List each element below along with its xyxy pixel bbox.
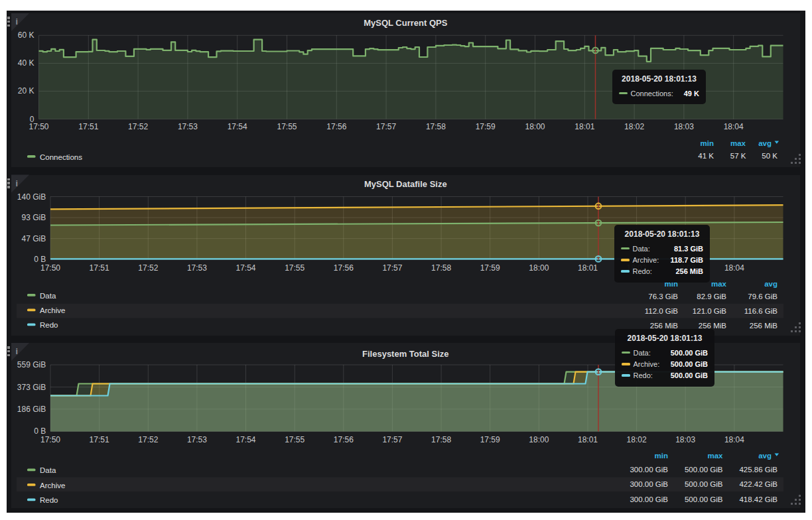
svg-text:Filesystem Total Size: Filesystem Total Size xyxy=(362,349,449,359)
svg-text:18:01: 18:01 xyxy=(575,122,594,131)
svg-text:50 K: 50 K xyxy=(762,152,778,160)
svg-text:79.6 GiB: 79.6 GiB xyxy=(748,292,778,300)
svg-text:17:54: 17:54 xyxy=(228,122,247,131)
svg-text:17:59: 17:59 xyxy=(480,263,500,273)
svg-text:17:53: 17:53 xyxy=(187,435,207,444)
svg-text:18:00: 18:00 xyxy=(529,263,549,273)
svg-text:140 GiB: 140 GiB xyxy=(17,192,46,202)
svg-text:17:50: 17:50 xyxy=(29,122,48,131)
svg-text:max: max xyxy=(711,280,727,288)
svg-text:17:52: 17:52 xyxy=(138,435,158,444)
svg-text:Connections: Connections xyxy=(40,153,82,161)
svg-text:300.00 GiB: 300.00 GiB xyxy=(630,495,668,503)
svg-text:76.3 GiB: 76.3 GiB xyxy=(648,292,678,300)
svg-text:82.9 GiB: 82.9 GiB xyxy=(697,292,726,300)
svg-text:Data: Data xyxy=(40,466,56,474)
svg-text:17:51: 17:51 xyxy=(78,122,98,131)
svg-text:i: i xyxy=(16,179,18,188)
svg-text:18:00: 18:00 xyxy=(529,435,549,444)
svg-text:17:57: 17:57 xyxy=(382,263,402,273)
svg-text:425.86 GiB: 425.86 GiB xyxy=(739,466,778,474)
svg-text:256 MiB: 256 MiB xyxy=(699,322,727,330)
svg-text:17:54: 17:54 xyxy=(236,263,255,273)
svg-text:17:51: 17:51 xyxy=(90,435,109,444)
svg-text:186 GiB: 186 GiB xyxy=(17,405,46,414)
svg-text:112.0 GiB: 112.0 GiB xyxy=(645,307,679,315)
svg-text:17:58: 17:58 xyxy=(431,263,451,273)
svg-text:avg: avg xyxy=(758,452,772,460)
svg-text:17:56: 17:56 xyxy=(334,435,354,444)
svg-text:18:03: 18:03 xyxy=(675,435,695,444)
svg-text:17:51: 17:51 xyxy=(90,263,109,273)
svg-text:500.00 GiB: 500.00 GiB xyxy=(685,480,723,488)
svg-text:18:04: 18:04 xyxy=(724,263,744,273)
svg-text:18:00: 18:00 xyxy=(525,122,545,131)
svg-text:Redo: Redo xyxy=(40,321,58,329)
svg-text:max: max xyxy=(730,139,746,147)
svg-text:60 K: 60 K xyxy=(18,31,34,40)
svg-text:17:59: 17:59 xyxy=(480,435,500,444)
svg-text:93 GiB: 93 GiB xyxy=(22,213,46,222)
svg-text:17:55: 17:55 xyxy=(285,435,304,444)
svg-text:418.42 GiB: 418.42 GiB xyxy=(739,495,778,503)
svg-text:17:52: 17:52 xyxy=(128,122,148,131)
svg-text:17:50: 17:50 xyxy=(40,435,60,444)
svg-text:18:04: 18:04 xyxy=(724,435,744,444)
svg-text:17:56: 17:56 xyxy=(334,263,354,273)
svg-text:MySQL Datafile Size: MySQL Datafile Size xyxy=(364,179,447,189)
svg-text:17:58: 17:58 xyxy=(431,435,451,444)
svg-text:256 MiB: 256 MiB xyxy=(650,322,679,330)
svg-text:57 K: 57 K xyxy=(730,152,746,160)
svg-text:Archive: Archive xyxy=(40,482,65,489)
svg-text:18:04: 18:04 xyxy=(724,122,744,131)
svg-text:17:57: 17:57 xyxy=(376,122,396,131)
svg-text:41 K: 41 K xyxy=(698,152,714,160)
svg-text:17:57: 17:57 xyxy=(382,435,402,444)
svg-text:18:01: 18:01 xyxy=(578,435,598,444)
svg-text:17:53: 17:53 xyxy=(187,263,207,273)
svg-text:500.00 GiB: 500.00 GiB xyxy=(685,495,723,503)
svg-text:i: i xyxy=(16,17,18,27)
svg-text:121.0 GiB: 121.0 GiB xyxy=(693,307,726,315)
svg-text:18:01: 18:01 xyxy=(578,263,598,273)
svg-text:256 MiB: 256 MiB xyxy=(750,322,778,330)
svg-text:116.6 GiB: 116.6 GiB xyxy=(744,307,778,315)
svg-text:17:55: 17:55 xyxy=(277,122,297,131)
svg-text:max: max xyxy=(707,452,723,460)
svg-text:300.00 GiB: 300.00 GiB xyxy=(630,480,668,488)
svg-text:min: min xyxy=(655,452,668,460)
svg-text:17:59: 17:59 xyxy=(476,122,496,131)
svg-text:20 K: 20 K xyxy=(18,86,34,96)
svg-text:avg: avg xyxy=(758,139,772,147)
svg-text:Redo: Redo xyxy=(40,496,58,504)
svg-text:300.00 GiB: 300.00 GiB xyxy=(630,466,668,474)
svg-text:MySQL Current QPS: MySQL Current QPS xyxy=(364,18,448,28)
svg-text:Archive: Archive xyxy=(40,306,65,314)
svg-text:17:50: 17:50 xyxy=(40,263,60,273)
svg-text:17:52: 17:52 xyxy=(138,263,158,273)
svg-text:17:56: 17:56 xyxy=(326,122,346,131)
svg-text:18:02: 18:02 xyxy=(627,435,647,444)
svg-text:avg: avg xyxy=(764,280,778,288)
svg-text:373 GiB: 373 GiB xyxy=(17,383,46,392)
svg-text:17:53: 17:53 xyxy=(178,122,198,131)
svg-text:422.42 GiB: 422.42 GiB xyxy=(739,480,778,488)
svg-text:min: min xyxy=(701,139,714,147)
svg-text:559 GiB: 559 GiB xyxy=(17,360,46,369)
svg-text:Data: Data xyxy=(40,292,56,300)
svg-text:i: i xyxy=(16,347,18,356)
svg-text:18:02: 18:02 xyxy=(624,122,644,131)
svg-text:500.00 GiB: 500.00 GiB xyxy=(685,466,723,474)
svg-text:17:58: 17:58 xyxy=(426,122,446,131)
svg-text:17:54: 17:54 xyxy=(236,435,255,444)
svg-text:47 GiB: 47 GiB xyxy=(22,234,46,243)
svg-text:40 K: 40 K xyxy=(18,58,34,68)
svg-text:17:55: 17:55 xyxy=(285,263,304,273)
svg-text:18:03: 18:03 xyxy=(674,122,694,131)
